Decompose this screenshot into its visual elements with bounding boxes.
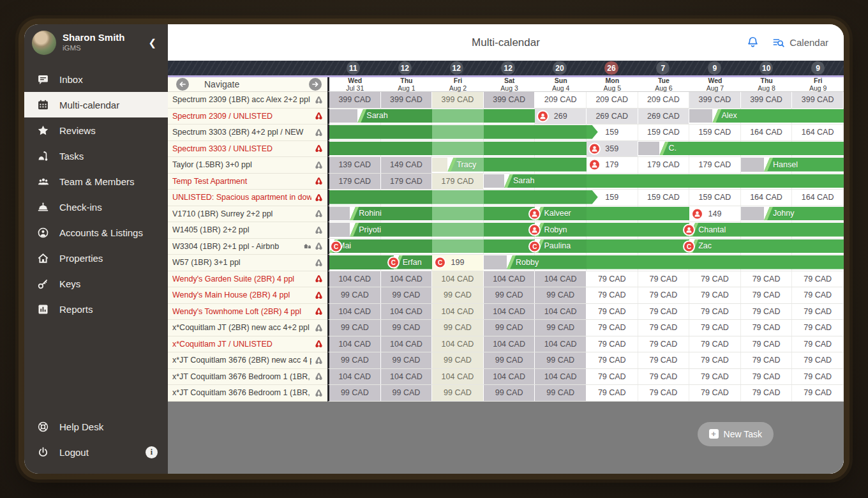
price-cell[interactable]: 269 CAD [587,109,638,124]
property-name[interactable]: V1710 (1BR) Surrey 2+2 ppl [168,206,327,223]
booking-bar[interactable] [329,142,587,156]
price-cell[interactable]: C199 [432,255,484,271]
booking-bar[interactable] [329,125,598,139]
price-cell[interactable]: 79 CAD [741,287,793,303]
price-cell[interactable]: 104 CAD [381,271,433,287]
notifications-bell-icon[interactable] [746,36,760,49]
price-cell[interactable]: 104 CAD [432,271,484,287]
booking-bar[interactable]: C. [659,142,844,156]
property-name[interactable]: x*JT Coquitlam 3676 Bedroom 1 (1BR, doub… [168,369,327,386]
price-cell[interactable]: 399 CAD [432,92,484,108]
price-cell[interactable]: 79 CAD [792,271,844,287]
sidebar-item-reports[interactable]: Reports [24,296,168,322]
price-cell[interactable]: 104 CAD [535,369,587,385]
price-cell[interactable]: 79 CAD [587,336,638,352]
booking-bar[interactable]: Robby [507,255,844,269]
price-cell[interactable]: 104 CAD [535,336,587,352]
price-cell[interactable]: 99 CAD [381,352,433,368]
sidebar-item-team-members[interactable]: Team & Members [24,169,168,194]
price-cell[interactable]: 399 CAD [792,92,844,108]
sidebar-item-keys[interactable]: Keys [24,271,168,296]
price-cell[interactable]: 179 CAD [329,174,381,190]
price-cell[interactable]: 104 CAD [535,304,587,320]
booking-bar[interactable]: Mai [329,239,535,253]
price-cell[interactable]: 79 CAD [587,287,638,303]
property-name[interactable]: Wendy's Main House (2BR) 4 ppl [168,287,327,304]
price-cell[interactable]: 99 CAD [535,352,587,368]
booking-bar[interactable] [329,190,598,204]
price-cell[interactable]: 159 CAD [638,124,690,140]
price-cell[interactable]: 79 CAD [638,336,690,352]
price-cell[interactable]: 104 CAD [484,304,535,320]
price-cell[interactable]: 269 [535,109,587,124]
property-name[interactable]: UNLISTED: Spacious apartment in downtown [168,190,327,206]
price-cell[interactable]: 79 CAD [689,369,741,385]
price-cell[interactable]: 79 CAD [792,287,844,303]
sidebar-item-logout[interactable]: Logouti [24,439,168,465]
user-profile[interactable]: Sharon Smith iGMS ❮ [24,24,168,61]
price-cell[interactable]: 99 CAD [432,287,484,303]
price-cell[interactable]: 179 [587,157,638,173]
price-cell[interactable]: 179 CAD [381,174,433,190]
sidebar-item-inbox[interactable]: Inbox [24,66,168,92]
price-cell[interactable]: 164 CAD [792,124,844,140]
price-cell[interactable]: 399 CAD [329,92,381,108]
price-cell[interactable]: 79 CAD [587,352,638,368]
price-cell[interactable]: 79 CAD [587,385,638,401]
price-cell[interactable]: 99 CAD [535,287,587,303]
price-cell[interactable]: 179 CAD [689,157,741,173]
info-icon[interactable]: i [146,446,158,458]
price-cell[interactable]: 79 CAD [792,336,844,352]
price-cell[interactable]: 179 CAD [432,174,484,190]
price-cell[interactable]: 209 CAD [535,92,587,108]
price-cell[interactable]: 79 CAD [638,287,690,303]
price-cell[interactable]: 79 CAD [792,352,844,368]
price-cell[interactable]: 99 CAD [432,385,484,401]
price-cell[interactable]: 79 CAD [638,385,690,401]
property-name[interactable]: Temp Test Apartment [168,174,327,190]
price-cell[interactable]: 99 CAD [484,287,535,303]
sidebar-item-help-desk[interactable]: Help Desk [24,414,168,439]
booking-bar[interactable] [329,255,394,269]
property-name[interactable]: x*Coquitlam JT (2BR) new acc 4+2 ppl [168,320,327,336]
price-cell[interactable]: 104 CAD [381,369,433,385]
booking-bar[interactable]: Zac [689,239,844,253]
price-cell[interactable]: 79 CAD [689,320,741,336]
price-cell[interactable]: 79 CAD [741,369,793,385]
sidebar-collapse-icon[interactable]: ❮ [144,34,160,51]
price-cell[interactable]: 79 CAD [741,320,793,336]
price-cell[interactable]: 99 CAD [381,320,433,336]
price-cell[interactable]: 399 CAD [381,92,433,108]
price-cell[interactable]: 99 CAD [432,352,484,368]
booking-bar[interactable]: Tracy [447,158,587,172]
price-cell[interactable]: 99 CAD [381,385,433,401]
price-cell[interactable]: 164 CAD [741,190,793,206]
price-cell[interactable]: 209 CAD [587,92,638,108]
price-cell[interactable]: 79 CAD [689,352,741,368]
booking-bar[interactable]: Sarah [357,109,535,123]
price-cell[interactable]: 99 CAD [432,320,484,336]
price-cell[interactable]: 359 [587,141,638,157]
property-name[interactable]: W1405 (1BR) 2+2 ppl [168,222,327,239]
price-cell[interactable]: 159 CAD [638,190,690,206]
price-cell[interactable]: 79 CAD [638,369,690,385]
price-cell[interactable]: 79 CAD [587,304,638,320]
property-name[interactable]: Spectrum 2309 / UNLISTED [168,109,327,125]
price-cell[interactable]: 79 CAD [792,320,844,336]
property-name[interactable]: Wendy's Garden Suite (2BR) 4 ppl [168,271,327,288]
price-cell[interactable]: 159 CAD [689,190,741,206]
property-name[interactable]: W3304 (1BR) 2+1 ppl - Airbnb [168,239,327,255]
price-cell[interactable]: 139 CAD [329,157,381,173]
property-name[interactable]: x*JT Coquitlam 3676 Bedroom 1 (1BR, quee… [168,385,327,402]
booking-bar[interactable]: Alex [712,109,844,123]
price-cell[interactable]: 99 CAD [484,385,535,401]
price-cell[interactable]: 99 CAD [329,287,381,303]
sidebar-item-accounts-listings[interactable]: Accounts & Listings [24,220,168,245]
price-cell[interactable]: 104 CAD [535,271,587,287]
price-cell[interactable]: 104 CAD [329,336,381,352]
booking-bar[interactable]: Hansel [764,158,844,172]
booking-bar[interactable]: Erfan [394,255,432,269]
price-cell[interactable]: 104 CAD [329,304,381,320]
sidebar-item-tasks[interactable]: Tasks [24,143,168,169]
price-cell[interactable]: 99 CAD [535,320,587,336]
